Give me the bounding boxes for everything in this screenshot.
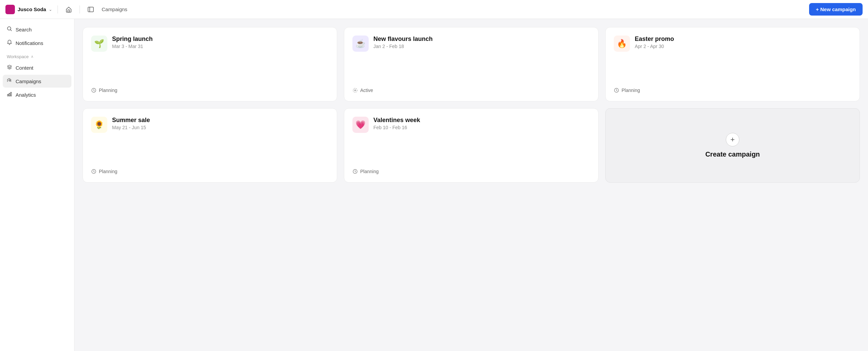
campaign-icon-summer: 🌻 <box>91 117 107 133</box>
campaign-info-summer: Summer sale May 21 - Jun 15 <box>112 117 329 130</box>
svg-rect-8 <box>10 92 12 96</box>
campaign-info-flavours: New flavours launch Jan 2 - Feb 18 <box>373 36 590 49</box>
create-campaign-label: Create campaign <box>705 150 760 158</box>
campaign-card-valentines[interactable]: 💗 Valentines week Feb 10 - Feb 16 Planni… <box>344 108 599 183</box>
campaign-card-new-flavours[interactable]: ☕ New flavours launch Jan 2 - Feb 18 Act… <box>344 27 599 101</box>
campaign-dates-valentines: Feb 10 - Feb 16 <box>373 125 590 130</box>
campaign-card-summer[interactable]: 🌻 Summer sale May 21 - Jun 15 Planning <box>83 108 337 183</box>
campaign-status-label-flavours: Active <box>360 88 373 93</box>
campaign-icon-valentines: 💗 <box>352 117 369 133</box>
sidebar-search-label: Search <box>16 27 32 32</box>
campaign-card-top-valentines: 💗 Valentines week Feb 10 - Feb 16 <box>352 117 590 133</box>
campaign-title-valentines: Valentines week <box>373 117 590 124</box>
topbar: Jusco Soda ⌄ Campaigns + New campaign <box>0 0 868 19</box>
svg-rect-0 <box>68 10 70 12</box>
campaign-title-flavours: New flavours launch <box>373 36 590 43</box>
campaign-dates-flavours: Jan 2 - Feb 18 <box>373 44 590 49</box>
layout: Search Notifications Workspace ∧ Content… <box>0 19 868 351</box>
layers-icon <box>7 64 12 71</box>
sidebar-item-analytics[interactable]: Analytics <box>3 88 71 101</box>
campaign-title-easter: Easter promo <box>635 36 851 43</box>
create-plus-icon: + <box>726 133 739 146</box>
campaign-status-flavours: Active <box>352 88 590 93</box>
campaign-icon-easter: 🔥 <box>614 36 630 52</box>
page-title: Campaigns <box>102 6 127 12</box>
sidebar-toggle-button[interactable] <box>85 4 96 15</box>
campaign-card-easter[interactable]: 🔥 Easter promo Apr 2 - Apr 30 Planning <box>605 27 860 101</box>
campaign-card-top-easter: 🔥 Easter promo Apr 2 - Apr 30 <box>614 36 851 52</box>
campaign-status-summer: Planning <box>91 169 329 174</box>
brand-logo-area[interactable]: Jusco Soda ⌄ <box>5 5 52 14</box>
campaign-status-label-spring: Planning <box>99 88 117 93</box>
workspace-label: Workspace <box>7 54 29 59</box>
campaign-card-top: 🌱 Spring launch Mar 3 - Mar 31 <box>91 36 329 52</box>
topbar-divider-2 <box>80 5 80 14</box>
campaign-status-valentines: Planning <box>352 169 590 174</box>
svg-point-5 <box>9 80 10 81</box>
clock-icon-spring <box>91 88 96 93</box>
campaign-card-top-flavours: ☕ New flavours launch Jan 2 - Feb 18 <box>352 36 590 52</box>
campaign-title-summer: Summer sale <box>112 117 329 124</box>
campaign-info-valentines: Valentines week Feb 10 - Feb 16 <box>373 117 590 130</box>
sidebar-content-label: Content <box>16 65 34 71</box>
campaign-status-spring: Planning <box>91 88 329 93</box>
svg-rect-6 <box>7 94 8 96</box>
brand-logo-icon <box>5 5 15 14</box>
workspace-section: Workspace ∧ <box>3 50 71 61</box>
topbar-divider <box>58 5 58 14</box>
search-icon <box>7 26 12 33</box>
sidebar-item-notifications[interactable]: Notifications <box>3 37 71 49</box>
campaign-card-top-summer: 🌻 Summer sale May 21 - Jun 15 <box>91 117 329 133</box>
new-campaign-button[interactable]: + New campaign <box>809 3 863 16</box>
campaign-dates-summer: May 21 - Jun 15 <box>112 125 329 130</box>
sidebar-toggle-icon <box>87 6 94 13</box>
clock-icon-summer <box>91 169 96 174</box>
campaign-dates-easter: Apr 2 - Apr 30 <box>635 44 851 49</box>
bell-icon <box>7 40 12 46</box>
sidebar-analytics-label: Analytics <box>16 92 36 98</box>
sidebar: Search Notifications Workspace ∧ Content… <box>0 19 74 351</box>
clock-icon-valentines <box>352 169 358 174</box>
clock-icon-easter <box>614 88 619 93</box>
campaign-info-spring: Spring launch Mar 3 - Mar 31 <box>112 36 329 49</box>
svg-rect-7 <box>9 93 10 96</box>
home-button[interactable] <box>63 4 74 15</box>
create-campaign-card[interactable]: + Create campaign <box>605 108 860 183</box>
campaign-info-easter: Easter promo Apr 2 - Apr 30 <box>635 36 851 49</box>
sidebar-item-search[interactable]: Search <box>3 23 71 36</box>
svg-point-11 <box>354 90 356 91</box>
sidebar-item-campaigns[interactable]: Campaigns <box>3 75 71 88</box>
campaign-status-easter: Planning <box>614 88 851 93</box>
campaign-card-spring-launch[interactable]: 🌱 Spring launch Mar 3 - Mar 31 Planning <box>83 27 337 101</box>
active-icon-flavours <box>352 88 358 93</box>
brand-chevron-icon: ⌄ <box>49 7 52 12</box>
svg-rect-1 <box>88 7 93 12</box>
main-content: 🌱 Spring launch Mar 3 - Mar 31 Planning … <box>74 19 868 351</box>
svg-line-4 <box>10 30 12 31</box>
sidebar-notifications-label: Notifications <box>16 40 43 46</box>
brand-name: Jusco Soda <box>18 6 46 12</box>
campaign-status-label-valentines: Planning <box>360 169 379 174</box>
analytics-icon <box>7 91 12 98</box>
campaign-status-label-easter: Planning <box>622 88 640 93</box>
sidebar-item-content[interactable]: Content <box>3 61 71 74</box>
sidebar-campaigns-label: Campaigns <box>16 78 41 84</box>
campaign-icon-flavours: ☕ <box>352 36 369 52</box>
home-icon <box>65 6 72 13</box>
campaign-status-label-summer: Planning <box>99 169 117 174</box>
campaign-title-spring: Spring launch <box>112 36 329 43</box>
workspace-toggle-icon[interactable]: ∧ <box>31 54 34 59</box>
campaigns-grid: 🌱 Spring launch Mar 3 - Mar 31 Planning … <box>83 27 860 183</box>
campaigns-icon <box>7 78 12 85</box>
campaign-icon-spring: 🌱 <box>91 36 107 52</box>
campaign-dates-spring: Mar 3 - Mar 31 <box>112 44 329 49</box>
